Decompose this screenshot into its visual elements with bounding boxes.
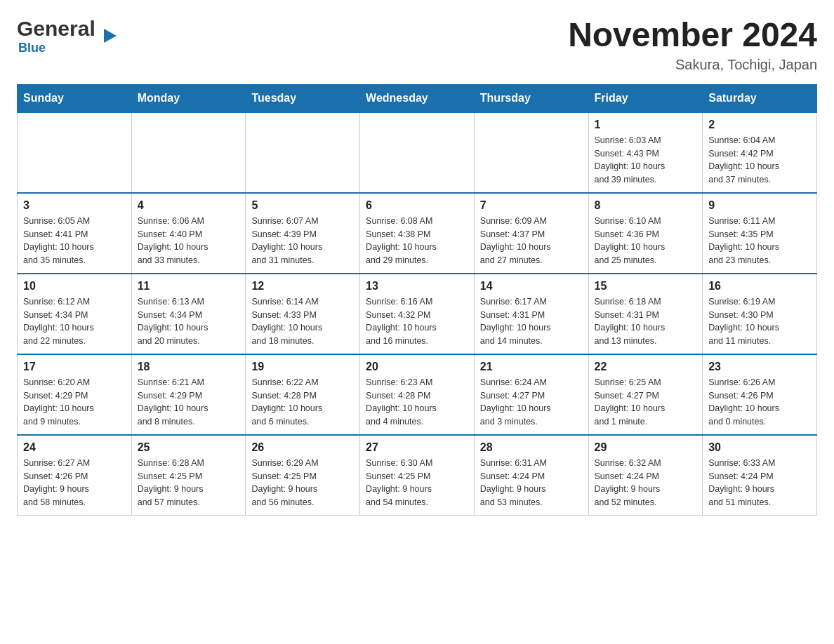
calendar-cell (131, 112, 246, 193)
day-number: 2 (708, 119, 811, 131)
day-info: Sunrise: 6:06 AMSunset: 4:40 PMDaylight:… (138, 215, 240, 267)
location: Sakura, Tochigi, Japan (568, 57, 817, 73)
calendar-cell: 7Sunrise: 6:09 AMSunset: 4:37 PMDaylight… (474, 193, 588, 274)
week-row-5: 24Sunrise: 6:27 AMSunset: 4:26 PMDayligh… (18, 435, 817, 516)
day-number: 7 (480, 199, 583, 212)
day-info: Sunrise: 6:11 AMSunset: 4:35 PMDaylight:… (708, 215, 811, 267)
day-number: 13 (366, 280, 468, 293)
calendar-cell: 20Sunrise: 6:23 AMSunset: 4:28 PMDayligh… (360, 354, 475, 435)
day-info: Sunrise: 6:31 AMSunset: 4:24 PMDaylight:… (480, 457, 583, 509)
day-number: 6 (366, 199, 468, 212)
day-info: Sunrise: 6:17 AMSunset: 4:31 PMDaylight:… (480, 295, 583, 348)
day-info: Sunrise: 6:20 AMSunset: 4:29 PMDaylight:… (23, 376, 126, 429)
day-info: Sunrise: 6:28 AMSunset: 4:25 PMDaylight:… (138, 457, 240, 509)
calendar-cell: 18Sunrise: 6:21 AMSunset: 4:29 PMDayligh… (131, 354, 246, 435)
calendar-cell: 24Sunrise: 6:27 AMSunset: 4:26 PMDayligh… (18, 435, 132, 516)
calendar-cell: 5Sunrise: 6:07 AMSunset: 4:39 PMDaylight… (246, 193, 360, 274)
logo: General Blue (17, 17, 104, 55)
calendar-cell: 12Sunrise: 6:14 AMSunset: 4:33 PMDayligh… (246, 274, 360, 354)
day-info: Sunrise: 6:04 AMSunset: 4:42 PMDaylight:… (708, 134, 811, 187)
calendar-header-row: Sunday Monday Tuesday Wednesday Thursday… (18, 84, 817, 112)
day-info: Sunrise: 6:19 AMSunset: 4:30 PMDaylight:… (708, 295, 811, 348)
day-info: Sunrise: 6:07 AMSunset: 4:39 PMDaylight:… (251, 215, 354, 267)
day-number: 14 (480, 280, 583, 293)
calendar-table: Sunday Monday Tuesday Wednesday Thursday… (17, 84, 817, 516)
day-number: 1 (595, 119, 697, 131)
day-number: 26 (251, 441, 354, 454)
header-wednesday: Wednesday (360, 84, 475, 112)
week-row-3: 10Sunrise: 6:12 AMSunset: 4:34 PMDayligh… (18, 274, 817, 354)
day-info: Sunrise: 6:05 AMSunset: 4:41 PMDaylight:… (23, 215, 126, 267)
day-number: 27 (366, 441, 468, 454)
day-info: Sunrise: 6:25 AMSunset: 4:27 PMDaylight:… (595, 376, 697, 429)
calendar-cell: 28Sunrise: 6:31 AMSunset: 4:24 PMDayligh… (474, 435, 588, 516)
day-info: Sunrise: 6:22 AMSunset: 4:28 PMDaylight:… (251, 376, 354, 429)
calendar-cell: 13Sunrise: 6:16 AMSunset: 4:32 PMDayligh… (360, 274, 475, 354)
day-number: 29 (595, 441, 697, 454)
day-number: 16 (708, 280, 811, 293)
logo-blue-text: Blue (17, 41, 46, 55)
day-info: Sunrise: 6:29 AMSunset: 4:25 PMDaylight:… (251, 457, 354, 509)
calendar-cell (474, 112, 588, 193)
month-title: November 2024 (568, 17, 817, 54)
svg-marker-0 (104, 29, 117, 43)
day-info: Sunrise: 6:26 AMSunset: 4:26 PMDaylight:… (708, 376, 811, 429)
calendar-cell: 19Sunrise: 6:22 AMSunset: 4:28 PMDayligh… (246, 354, 360, 435)
day-number: 24 (23, 441, 126, 454)
day-number: 11 (138, 280, 240, 293)
calendar-cell: 29Sunrise: 6:32 AMSunset: 4:24 PMDayligh… (588, 435, 703, 516)
header-saturday: Saturday (703, 84, 817, 112)
day-number: 28 (480, 441, 583, 454)
calendar-cell: 25Sunrise: 6:28 AMSunset: 4:25 PMDayligh… (131, 435, 246, 516)
day-info: Sunrise: 6:16 AMSunset: 4:32 PMDaylight:… (366, 295, 468, 348)
calendar-cell: 23Sunrise: 6:26 AMSunset: 4:26 PMDayligh… (703, 354, 817, 435)
day-number: 19 (251, 361, 354, 373)
day-number: 18 (138, 361, 240, 373)
day-number: 5 (251, 199, 354, 212)
calendar-cell: 4Sunrise: 6:06 AMSunset: 4:40 PMDaylight… (131, 193, 246, 274)
day-info: Sunrise: 6:33 AMSunset: 4:24 PMDaylight:… (708, 457, 811, 509)
day-number: 25 (138, 441, 240, 454)
day-info: Sunrise: 6:27 AMSunset: 4:26 PMDaylight:… (23, 457, 126, 509)
week-row-1: 1Sunrise: 6:03 AMSunset: 4:43 PMDaylight… (18, 112, 817, 193)
calendar-cell: 17Sunrise: 6:20 AMSunset: 4:29 PMDayligh… (18, 354, 132, 435)
calendar-cell: 2Sunrise: 6:04 AMSunset: 4:42 PMDaylight… (703, 112, 817, 193)
header-monday: Monday (131, 84, 246, 112)
day-info: Sunrise: 6:14 AMSunset: 4:33 PMDaylight:… (251, 295, 354, 348)
day-number: 12 (251, 280, 354, 293)
header-sunday: Sunday (18, 84, 132, 112)
calendar-cell: 27Sunrise: 6:30 AMSunset: 4:25 PMDayligh… (360, 435, 475, 516)
day-info: Sunrise: 6:12 AMSunset: 4:34 PMDaylight:… (23, 295, 126, 348)
day-number: 4 (138, 199, 240, 212)
week-row-4: 17Sunrise: 6:20 AMSunset: 4:29 PMDayligh… (18, 354, 817, 435)
day-number: 17 (23, 361, 126, 373)
day-info: Sunrise: 6:09 AMSunset: 4:37 PMDaylight:… (480, 215, 583, 267)
calendar-cell: 11Sunrise: 6:13 AMSunset: 4:34 PMDayligh… (131, 274, 246, 354)
day-info: Sunrise: 6:24 AMSunset: 4:27 PMDaylight:… (480, 376, 583, 429)
calendar-cell: 3Sunrise: 6:05 AMSunset: 4:41 PMDaylight… (18, 193, 132, 274)
day-number: 15 (595, 280, 697, 293)
week-row-2: 3Sunrise: 6:05 AMSunset: 4:41 PMDaylight… (18, 193, 817, 274)
day-info: Sunrise: 6:03 AMSunset: 4:43 PMDaylight:… (595, 134, 697, 187)
header-friday: Friday (588, 84, 703, 112)
day-info: Sunrise: 6:23 AMSunset: 4:28 PMDaylight:… (366, 376, 468, 429)
day-number: 21 (480, 361, 583, 373)
day-number: 23 (708, 361, 811, 373)
day-info: Sunrise: 6:08 AMSunset: 4:38 PMDaylight:… (366, 215, 468, 267)
day-info: Sunrise: 6:30 AMSunset: 4:25 PMDaylight:… (366, 457, 468, 509)
calendar-cell: 21Sunrise: 6:24 AMSunset: 4:27 PMDayligh… (474, 354, 588, 435)
day-number: 3 (23, 199, 126, 212)
calendar-cell: 26Sunrise: 6:29 AMSunset: 4:25 PMDayligh… (246, 435, 360, 516)
day-info: Sunrise: 6:32 AMSunset: 4:24 PMDaylight:… (595, 457, 697, 509)
calendar-cell: 30Sunrise: 6:33 AMSunset: 4:24 PMDayligh… (703, 435, 817, 516)
day-info: Sunrise: 6:13 AMSunset: 4:34 PMDaylight:… (138, 295, 240, 348)
calendar-cell: 6Sunrise: 6:08 AMSunset: 4:38 PMDaylight… (360, 193, 475, 274)
calendar-cell: 8Sunrise: 6:10 AMSunset: 4:36 PMDaylight… (588, 193, 703, 274)
calendar-cell (18, 112, 132, 193)
calendar-cell (246, 112, 360, 193)
header-tuesday: Tuesday (246, 84, 360, 112)
header-thursday: Thursday (474, 84, 588, 112)
logo-general-text: General (17, 17, 95, 41)
calendar-cell: 15Sunrise: 6:18 AMSunset: 4:31 PMDayligh… (588, 274, 703, 354)
day-number: 9 (708, 199, 811, 212)
